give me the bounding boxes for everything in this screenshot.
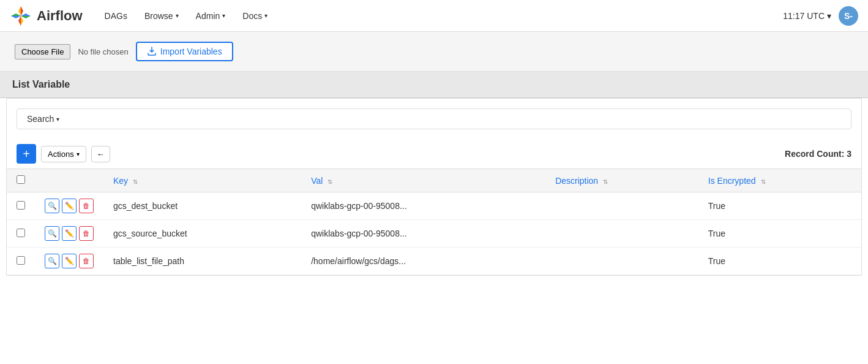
cell-description (545, 220, 698, 248)
cell-description (545, 248, 698, 275)
cell-key: table_list_file_path (103, 248, 301, 275)
file-upload-area: Choose File No file chosen Import Variab… (0, 32, 868, 72)
delete-button[interactable]: 🗑 (79, 226, 94, 241)
view-button[interactable]: 🔍 (45, 254, 59, 268)
row-action-cell: 🔍 ✏️ 🗑 (35, 248, 103, 275)
toolbar: + Actions ▾ ← Record Count: 3 (7, 139, 861, 169)
table-header-row: Key ⇅ Val ⇅ Description ⇅ Is Encrypted ⇅ (7, 169, 861, 192)
nav-browse[interactable]: Browse ▾ (137, 6, 186, 26)
svg-marker-3 (21, 16, 31, 18)
import-variables-button[interactable]: Import Variables (136, 42, 233, 61)
back-button[interactable]: ← (91, 146, 110, 162)
cell-val: qwiklabs-gcp-00-95008... (301, 220, 545, 248)
cell-key: gcs_source_bucket (103, 220, 301, 248)
col-val[interactable]: Val ⇅ (301, 169, 545, 192)
col-checkbox[interactable] (7, 169, 35, 192)
record-count: Record Count: 3 (785, 149, 851, 159)
actions-caret: ▾ (77, 151, 80, 157)
svg-marker-0 (21, 6, 23, 16)
encrypted-sort-icon: ⇅ (761, 178, 766, 185)
utc-time[interactable]: 11:17 UTC ▾ (783, 11, 831, 21)
table-row: 🔍 ✏️ 🗑 gcs_dest_bucket qwiklabs-gcp-00-9… (7, 192, 861, 220)
data-table: Key ⇅ Val ⇅ Description ⇅ Is Encrypted ⇅ (7, 169, 861, 275)
edit-button[interactable]: ✏️ (62, 254, 77, 268)
brand-logo[interactable]: Airflow (10, 5, 83, 27)
svg-marker-1 (18, 6, 21, 16)
val-sort-icon: ⇅ (327, 178, 332, 185)
no-file-text: No file chosen (78, 47, 128, 56)
row-actions: 🔍 ✏️ 🗑 (45, 254, 94, 268)
toolbar-left: + Actions ▾ ← (17, 144, 110, 164)
row-checkbox[interactable] (17, 201, 25, 210)
nav-dags[interactable]: DAGs (97, 6, 135, 26)
row-action-cell: 🔍 ✏️ 🗑 (35, 192, 103, 220)
col-row-actions (35, 169, 103, 192)
table-row: 🔍 ✏️ 🗑 gcs_source_bucket qwiklabs-gcp-00… (7, 220, 861, 248)
nav-links: DAGs Browse ▾ Admin ▾ Docs ▾ (97, 6, 784, 26)
section-header: List Variable (0, 72, 868, 98)
cell-key: gcs_dest_bucket (103, 192, 301, 220)
svg-marker-2 (21, 13, 31, 16)
cell-is-encrypted: True (698, 192, 861, 220)
svg-marker-4 (18, 16, 21, 26)
main-content: List Variable Search ▾ + Actions ▾ ← Rec… (0, 72, 868, 276)
search-caret: ▾ (56, 116, 59, 123)
view-button[interactable]: 🔍 (45, 199, 59, 213)
col-key[interactable]: Key ⇅ (103, 169, 301, 192)
col-is-encrypted[interactable]: Is Encrypted ⇅ (698, 169, 861, 192)
description-sort-icon: ⇅ (603, 178, 608, 185)
row-checkbox-cell[interactable] (7, 220, 35, 248)
delete-button[interactable]: 🗑 (79, 254, 94, 268)
cell-is-encrypted: True (698, 220, 861, 248)
navbar-right: 11:17 UTC ▾ S- (783, 6, 858, 26)
actions-button[interactable]: Actions ▾ (41, 146, 86, 162)
edit-button[interactable]: ✏️ (62, 226, 77, 241)
key-sort-icon: ⇅ (133, 178, 138, 185)
table-row: 🔍 ✏️ 🗑 table_list_file_path /home/airflo… (7, 248, 861, 275)
cell-is-encrypted: True (698, 248, 861, 275)
view-button[interactable]: 🔍 (45, 226, 59, 241)
delete-button[interactable]: 🗑 (79, 199, 94, 213)
search-bar[interactable]: Search ▾ (17, 108, 851, 129)
row-actions: 🔍 ✏️ 🗑 (45, 226, 94, 241)
svg-marker-7 (11, 13, 21, 16)
row-checkbox-cell[interactable] (7, 192, 35, 220)
nav-admin[interactable]: Admin ▾ (189, 6, 233, 26)
row-action-cell: 🔍 ✏️ 🗑 (35, 220, 103, 248)
row-actions: 🔍 ✏️ 🗑 (45, 199, 94, 213)
svg-marker-6 (11, 16, 21, 18)
upload-icon (147, 47, 157, 56)
row-checkbox[interactable] (17, 229, 25, 237)
docs-caret: ▾ (264, 12, 268, 19)
col-description[interactable]: Description ⇅ (545, 169, 698, 192)
row-checkbox[interactable] (17, 256, 25, 265)
cell-val: qwiklabs-gcp-00-95008... (301, 192, 545, 220)
choose-file-button[interactable]: Choose File (15, 44, 70, 59)
cell-description (545, 192, 698, 220)
table-section: Search ▾ + Actions ▾ ← Record Count: 3 (6, 98, 862, 276)
edit-button[interactable]: ✏️ (62, 199, 77, 213)
select-all-checkbox[interactable] (17, 175, 25, 184)
brand-text: Airflow (37, 8, 83, 24)
browse-caret: ▾ (176, 12, 179, 19)
time-caret: ▾ (827, 11, 831, 21)
cell-val: /home/airflow/gcs/dags... (301, 248, 545, 275)
user-avatar[interactable]: S- (839, 6, 858, 26)
row-checkbox-cell[interactable] (7, 248, 35, 275)
navbar: Airflow DAGs Browse ▾ Admin ▾ Docs ▾ 11:… (0, 0, 868, 32)
add-button[interactable]: + (17, 144, 36, 164)
admin-caret: ▾ (222, 12, 225, 19)
nav-docs[interactable]: Docs ▾ (235, 6, 275, 26)
svg-marker-5 (21, 16, 23, 26)
